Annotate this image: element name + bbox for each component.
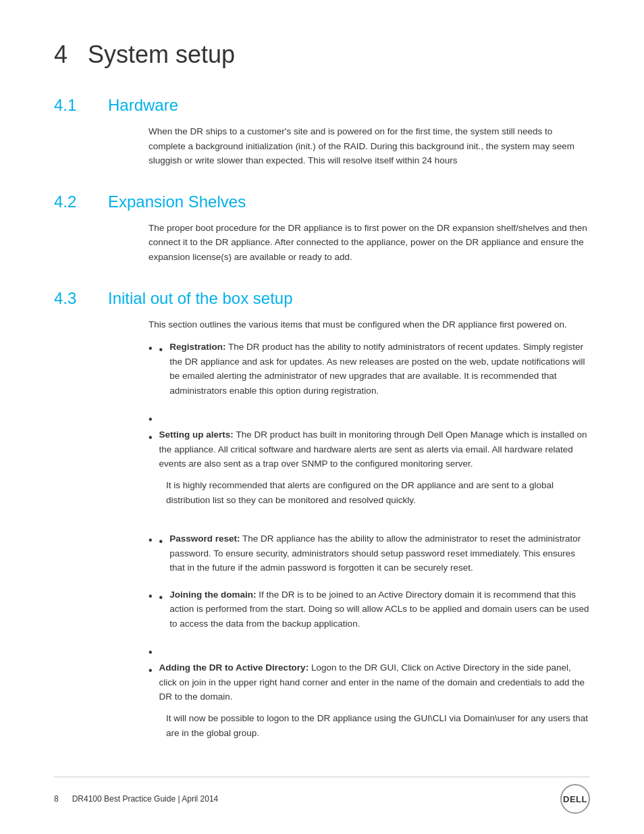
bullet-registration: • Registration: The DR product has the a…: [149, 340, 590, 398]
footer-page-number: 8: [54, 794, 59, 804]
section-number-4-1: 4.1: [54, 96, 88, 115]
section-4-3: 4.3 Initial out of the box setup This se…: [54, 289, 590, 753]
section-heading-4-1: 4.1 Hardware: [54, 96, 590, 115]
dell-logo-text: DELL: [563, 794, 587, 804]
bullet-alerts-subparagraph: It is highly recommended that alerts are…: [166, 478, 590, 507]
chapter-heading: 4 System setup: [54, 41, 590, 69]
section-4-2-para-1: The proper boot procedure for the DR app…: [149, 221, 590, 265]
footer: 8 DR4100 Best Practice Guide | April 201…: [54, 777, 590, 814]
section-title-4-3: Initial out of the box setup: [108, 289, 293, 308]
footer-doc-title: DR4100 Best Practice Guide | April 2014: [72, 794, 219, 804]
section-heading-4-3: 4.3 Initial out of the box setup: [54, 289, 590, 308]
section-body-4-2: The proper boot procedure for the DR app…: [149, 221, 590, 265]
section-title-4-1: Hardware: [108, 96, 178, 115]
bullet-domain-label: Joining the domain:: [169, 590, 256, 600]
bullet-ad-subparagraph: It will now be possible to logon to the …: [166, 711, 590, 740]
bullet-registration-text: Registration: The DR product has the abi…: [169, 340, 590, 398]
section-4-2: 4.2 Expansion Shelves The proper boot pr…: [54, 192, 590, 265]
section-4-3-intro: This section outlines the various items …: [149, 317, 590, 332]
section-number-4-3: 4.3: [54, 289, 88, 308]
section-body-4-1: When the DR ships to a customer's site a…: [149, 124, 590, 168]
section-body-4-3: This section outlines the various items …: [149, 317, 590, 753]
bullet-list-4-3: • Registration: The DR product has the a…: [149, 340, 590, 752]
bullet-registration-body: The DR product has the ability to notify…: [169, 342, 585, 396]
page: 4 System setup 4.1 Hardware When the DR …: [0, 0, 644, 834]
chapter-title: System setup: [88, 41, 235, 69]
bullet-password-label: Password reset:: [169, 533, 240, 544]
bullet-setting-alerts: • Setting up alerts: The DR product has …: [149, 411, 590, 520]
section-4-1-para-1: When the DR ships to a customer's site a…: [149, 124, 590, 168]
bullet-ad-label: Adding the DR to Active Directory:: [159, 662, 309, 673]
section-number-4-2: 4.2: [54, 192, 88, 211]
section-heading-4-2: 4.2 Expansion Shelves: [54, 192, 590, 211]
bullet-registration-label: Registration:: [169, 342, 225, 352]
chapter-number: 4: [54, 41, 68, 69]
bullet-active-directory: • Adding the DR to Active Directory: Log…: [149, 644, 590, 753]
section-4-1: 4.1 Hardware When the DR ships to a cust…: [54, 96, 590, 168]
bullet-alerts-text: Setting up alerts: The DR product has bu…: [159, 427, 590, 471]
bullet-joining-domain: • Joining the domain: If the DR is to be…: [149, 588, 590, 631]
footer-left: 8 DR4100 Best Practice Guide | April 201…: [54, 794, 218, 804]
bullet-domain-text: Joining the domain: If the DR is to be j…: [169, 588, 590, 631]
bullet-ad-text: Adding the DR to Active Directory: Logon…: [159, 660, 590, 704]
dell-logo: DELL: [560, 784, 590, 814]
bullet-alerts-label: Setting up alerts:: [159, 429, 234, 440]
bullet-password-text: Password reset: The DR appliance has the…: [169, 531, 590, 575]
section-title-4-2: Expansion Shelves: [108, 192, 246, 211]
bullet-password-reset: • Password reset: The DR appliance has t…: [149, 531, 590, 575]
